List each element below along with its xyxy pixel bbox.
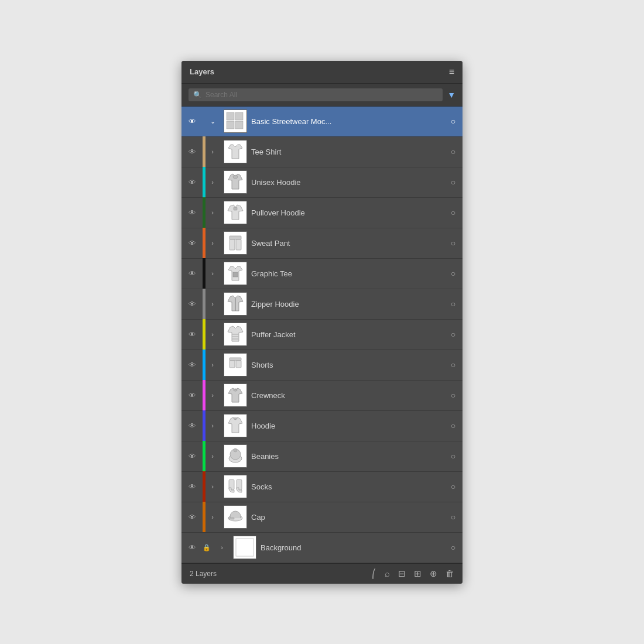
layer-name-hoodie: Hoodie	[251, 422, 444, 430]
circle-icon-background[interactable]: ○	[451, 543, 455, 552]
chevron-col-basic-streetwear: ⌄	[205, 118, 220, 125]
eye-icon-graphic-tee[interactable]: 👁	[189, 269, 196, 278]
delete-layer-icon[interactable]: 🗑	[446, 568, 454, 578]
eye-icon-zipper-hoodie[interactable]: 👁	[189, 300, 196, 309]
search-input[interactable]	[205, 91, 438, 99]
eye-icon-pullover-hoodie[interactable]: 👁	[189, 208, 196, 217]
layer-row-zipper-hoodie[interactable]: 👁› Zipper Hoodie○	[181, 289, 463, 320]
layer-name-socks: Socks	[251, 482, 444, 491]
search-icon: 🔍	[193, 91, 202, 99]
layer-row-shorts[interactable]: 👁› Shorts○	[181, 350, 463, 381]
chevron-icon-beanies[interactable]: ›	[211, 453, 214, 460]
layer-row-pullover-hoodie[interactable]: 👁› Pullover Hoodie○	[181, 198, 463, 228]
eye-icon-basic-streetwear[interactable]: 👁	[189, 117, 196, 126]
layer-row-sweat-pant[interactable]: 👁› Sweat Pant○	[181, 228, 463, 259]
copy-layer-icon[interactable]: ⊟	[398, 568, 406, 579]
chevron-icon-graphic-tee[interactable]: ›	[211, 270, 214, 277]
chevron-icon-sweat-pant[interactable]: ›	[211, 239, 214, 246]
eye-icon-background[interactable]: 👁	[189, 543, 196, 552]
circle-icon-graphic-tee[interactable]: ○	[451, 269, 455, 278]
chevron-icon-socks[interactable]: ›	[211, 483, 214, 490]
layer-row-tee-shirt[interactable]: 👁› Tee Shirt○	[181, 137, 463, 167]
circle-icon-crewneck[interactable]: ○	[451, 390, 455, 400]
chevron-icon-shorts[interactable]: ›	[211, 361, 214, 368]
thumb-socks	[223, 474, 248, 499]
footer-icons: ⎛ ⌕ ⊟ ⊞ ⊕ 🗑	[372, 568, 454, 579]
chevron-icon-tee-shirt[interactable]: ›	[211, 148, 214, 155]
thumb-crewneck	[223, 383, 248, 407]
chevron-icon-hoodie[interactable]: ›	[211, 422, 214, 429]
circle-icon-shorts[interactable]: ○	[451, 360, 455, 369]
layer-name-pullover-hoodie: Pullover Hoodie	[251, 208, 444, 217]
layer-row-graphic-tee[interactable]: 👁› Graphic Tee○	[181, 259, 463, 289]
thumb-shorts	[223, 352, 248, 377]
circle-icon-cap[interactable]: ○	[451, 512, 455, 522]
eye-icon-cap[interactable]: 👁	[189, 513, 196, 522]
eye-col-background: 👁	[181, 543, 203, 552]
layers-list: 👁⌄ Basic Streetwear Moc...○👁› Tee Shirt○…	[181, 107, 463, 563]
svg-rect-0	[227, 112, 234, 120]
layer-row-background[interactable]: 👁🔒› Background○	[181, 533, 463, 563]
eye-col-hoodie: 👁	[181, 422, 203, 430]
svg-rect-34	[228, 518, 234, 519]
eye-icon-sweat-pant[interactable]: 👁	[189, 239, 196, 248]
circle-icon-unisex-hoodie[interactable]: ○	[451, 177, 455, 187]
layer-row-beanies[interactable]: 👁› Beanies○	[181, 441, 463, 472]
chevron-icon-pullover-hoodie[interactable]: ›	[211, 209, 214, 216]
eye-icon-tee-shirt[interactable]: 👁	[189, 148, 196, 156]
circle-col-beanies: ○	[444, 451, 463, 461]
chevron-icon-crewneck[interactable]: ›	[211, 392, 214, 399]
new-layer-icon[interactable]: ⎛	[372, 568, 376, 579]
chevron-icon-background[interactable]: ›	[221, 544, 223, 551]
circle-col-background: ○	[444, 543, 463, 552]
eye-col-tee-shirt: 👁	[181, 148, 203, 156]
layer-count: 2 Layers	[190, 570, 217, 578]
circle-icon-beanies[interactable]: ○	[451, 451, 455, 461]
svg-rect-2	[227, 121, 234, 129]
circle-icon-socks[interactable]: ○	[451, 482, 455, 491]
eye-icon-beanies[interactable]: 👁	[189, 452, 196, 461]
svg-rect-9	[229, 236, 241, 239]
layer-row-cap[interactable]: 👁› Cap○	[181, 502, 463, 533]
layer-row-socks[interactable]: 👁› Socks○	[181, 472, 463, 502]
eye-icon-shorts[interactable]: 👁	[189, 361, 196, 369]
circle-icon-pullover-hoodie[interactable]: ○	[451, 208, 455, 217]
search-layer-icon[interactable]: ⌕	[385, 568, 390, 578]
lock-icon-background[interactable]: 🔒	[203, 544, 211, 551]
thumb-basic-streetwear	[223, 109, 248, 133]
eye-col-cap: 👁	[181, 513, 203, 522]
chevron-icon-puffer-jacket[interactable]: ›	[211, 331, 214, 338]
circle-col-pullover-hoodie: ○	[444, 208, 463, 217]
thumb-cap	[223, 505, 248, 529]
eye-icon-unisex-hoodie[interactable]: 👁	[189, 178, 196, 187]
chevron-col-shorts: ›	[205, 361, 220, 368]
layer-name-beanies: Beanies	[251, 452, 444, 461]
circle-icon-hoodie[interactable]: ○	[451, 421, 455, 430]
layer-row-hoodie[interactable]: 👁› Hoodie○	[181, 411, 463, 441]
eye-icon-hoodie[interactable]: 👁	[189, 422, 196, 430]
chevron-icon-cap[interactable]: ›	[211, 513, 214, 520]
layer-row-puffer-jacket[interactable]: 👁› Puffer Jacket○	[181, 320, 463, 350]
arrange-layer-icon[interactable]: ⊞	[414, 568, 422, 579]
circle-icon-sweat-pant[interactable]: ○	[451, 238, 455, 248]
circle-icon-zipper-hoodie[interactable]: ○	[451, 299, 455, 309]
chevron-icon-zipper-hoodie[interactable]: ›	[211, 300, 214, 307]
eye-col-zipper-hoodie: 👁	[181, 300, 203, 309]
svg-rect-20	[229, 358, 241, 361]
eye-icon-puffer-jacket[interactable]: 👁	[189, 330, 196, 339]
panel-footer: 2 Layers ⎛ ⌕ ⊟ ⊞ ⊕ 🗑	[181, 563, 463, 584]
filter-icon[interactable]: ▼	[447, 90, 455, 100]
layer-row-basic-streetwear[interactable]: 👁⌄ Basic Streetwear Moc...○	[181, 107, 463, 137]
layer-row-crewneck[interactable]: 👁› Crewneck○	[181, 381, 463, 411]
layer-row-unisex-hoodie[interactable]: 👁› Unisex Hoodie○	[181, 167, 463, 198]
circle-icon-puffer-jacket[interactable]: ○	[451, 330, 455, 339]
panel-header: Layers ≡	[181, 61, 463, 84]
hamburger-menu-icon[interactable]: ≡	[449, 67, 454, 77]
chevron-icon-unisex-hoodie[interactable]: ›	[211, 179, 214, 186]
circle-icon-tee-shirt[interactable]: ○	[451, 147, 455, 156]
eye-icon-crewneck[interactable]: 👁	[189, 391, 196, 400]
add-layer-icon[interactable]: ⊕	[430, 568, 437, 579]
circle-icon-basic-streetwear[interactable]: ○	[451, 117, 455, 126]
eye-icon-socks[interactable]: 👁	[189, 482, 196, 491]
chevron-icon-basic-streetwear[interactable]: ⌄	[210, 118, 215, 125]
